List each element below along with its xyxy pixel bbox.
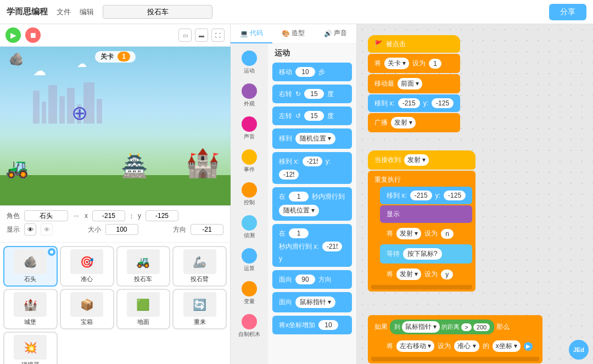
block-goto-dropdown[interactable]: 随机位置 ▾ — [295, 133, 335, 144]
block-change-x-val[interactable] — [318, 320, 338, 330]
y-input[interactable] — [146, 210, 178, 221]
block-goto-xy-2[interactable]: 移到 x: -215 y: -125 — [380, 187, 472, 204]
block-move-steps[interactable] — [295, 67, 315, 77]
block-goto-xy[interactable]: 移到 x: y: — [272, 152, 352, 184]
category-motion[interactable]: 运动 — [239, 48, 259, 77]
hidden-eye-button[interactable]: 👁 — [41, 223, 53, 236]
block-change-x[interactable]: 将x坐标增加 — [272, 316, 352, 334]
category-events[interactable]: 事件 — [239, 147, 259, 176]
block-glide1-secs[interactable] — [289, 192, 309, 201]
block-turn-left-val[interactable] — [304, 111, 324, 121]
xcoord-dropdown[interactable]: x坐标 ▾ — [493, 340, 521, 352]
sprite-item-car[interactable]: 🚜 投石车 — [116, 246, 171, 287]
set-n-dropdown[interactable]: 发射 ▾ — [396, 228, 421, 239]
category-control[interactable]: 控制 — [239, 180, 259, 209]
block-move[interactable]: 移动 步 — [272, 63, 352, 81]
main-layout: ▶ ⏹ ▭ ▬ ⛶ 🪨 — [0, 24, 593, 364]
block-glide-random[interactable]: 在 秒内滑行到 随机位置 ▾ — [272, 187, 352, 221]
project-title-input[interactable] — [103, 5, 212, 19]
sprite-item-arm[interactable]: 🦾 投石臂 — [172, 246, 227, 287]
block-glide2-secs[interactable] — [289, 228, 309, 238]
block-show[interactable]: 显示 — [380, 205, 472, 223]
broadcast-dropdown[interactable]: 发射 ▾ — [391, 117, 416, 128]
sprite-item-sensor[interactable]: 💥 碰撞器 — [3, 332, 58, 364]
block-glide2-x[interactable] — [322, 242, 342, 251]
block-turn-right[interactable]: 右转 ↻ 度 — [272, 85, 352, 103]
small-stage-icon[interactable]: ▭ — [178, 29, 192, 42]
block-set-n[interactable]: 将 发射 ▾ 设为 n — [380, 224, 472, 243]
code-area[interactable]: 🚩 被点击 将 关卡 ▾ 设为 1 移动最 前面 ▾ 移到 x: -215 y:… — [357, 24, 593, 364]
play-button[interactable]: ▶ — [5, 27, 21, 43]
category-looks[interactable]: 外观 — [239, 81, 259, 110]
control-label: 控制 — [244, 199, 255, 206]
block-face-val[interactable] — [295, 275, 315, 284]
menu-edit[interactable]: 编辑 — [80, 7, 94, 17]
sprite-item-chest[interactable]: 📦 宝箱 — [60, 289, 114, 329]
block-move-front[interactable]: 移动最 前面 ▾ — [368, 74, 460, 93]
block-turn-right-val[interactable] — [304, 89, 324, 99]
large-stage-icon[interactable]: ▬ — [195, 29, 208, 42]
sprite-item-ground[interactable]: 🟩 地面 — [116, 289, 171, 329]
user-avatar[interactable]: JEd — [569, 340, 589, 360]
repeat-header[interactable]: 重复执行 — [371, 173, 472, 187]
lr-move-dropdown[interactable]: 左右移动 ▾ — [396, 340, 434, 352]
block-goto-random[interactable]: 移到 随机位置 ▾ — [272, 128, 352, 149]
block-face-dir[interactable]: 面向 方向 — [272, 270, 352, 289]
tab-sound[interactable]: 🔊 声音 — [315, 24, 356, 43]
goto2-label: 移到 x: — [387, 191, 407, 200]
sprite-item-rock[interactable]: 🪨 石头 — [3, 246, 58, 287]
category-sound[interactable]: 声音 — [239, 114, 259, 143]
category-custom[interactable]: 自制积木 — [236, 312, 262, 340]
receive-dropdown[interactable]: 发射 ▾ — [404, 154, 429, 166]
sprite-item-castle[interactable]: 🏰 城堡 — [3, 289, 58, 329]
category-sensing[interactable]: 侦测 — [239, 213, 259, 242]
block-set-xcoord[interactable]: 将 左右移动 ▾ 设为 准心 ▾ 的 x坐标 ▾ ▶ — [380, 337, 539, 356]
scroll-right[interactable]: ▶ — [524, 342, 533, 351]
block-face-mouse[interactable]: 面向 鼠标指针 ▾ — [272, 292, 352, 312]
tab-costume[interactable]: 🎨 造型 — [272, 24, 314, 43]
control-dot — [242, 182, 257, 198]
block-goto-xy-1[interactable]: 移到 x: -215 y: -125 — [368, 94, 460, 112]
level-dropdown[interactable]: 关卡 ▾ — [384, 58, 409, 69]
front-dropdown[interactable]: 前面 ▾ — [398, 78, 422, 89]
sprite-name-input[interactable] — [24, 210, 68, 221]
sprite-img-aim: 🎯 — [70, 249, 103, 274]
visible-eye-button[interactable]: 👁 — [24, 223, 36, 236]
block-glide-xy[interactable]: 在 秒内滑行到 x: y — [272, 224, 352, 267]
broadcast-label: 广播 — [374, 118, 388, 127]
stop-button[interactable]: ⏹ — [25, 27, 41, 43]
set-y-dropdown[interactable]: 发射 ▾ — [396, 268, 421, 280]
block-wait-mouse[interactable]: 等待 按下鼠标? — [380, 244, 472, 264]
block-goto-y[interactable] — [279, 170, 299, 180]
fullscreen-icon[interactable]: ⛶ — [211, 29, 225, 42]
block-glide1-dropdown[interactable]: 随机位置 ▾ — [279, 205, 319, 216]
game-stage: 🪨 关卡 1 ☁ ☁ ⊕ 🏰 🏯 🚜 — [0, 47, 231, 206]
block-when-flag[interactable]: 🚩 被点击 — [368, 35, 460, 53]
block-goto-x[interactable] — [303, 156, 322, 166]
block-face-mouse-dropdown[interactable]: 鼠标指针 ▾ — [295, 296, 335, 308]
block-when-receive[interactable]: 当接收到 发射 ▾ — [368, 150, 475, 170]
repeat-container: 重复执行 移到 x: -215 y: -125 显示 将 发射 ▾ — [368, 171, 475, 292]
sprite-item-reset[interactable]: 🔄 重来 — [172, 289, 227, 329]
aim-dropdown[interactable]: 准心 ▾ — [454, 340, 479, 352]
category-operators[interactable]: 运算 — [239, 246, 259, 275]
category-variables[interactable]: 变量 — [239, 279, 259, 307]
x-input[interactable] — [92, 210, 125, 221]
dir-input[interactable] — [191, 224, 223, 235]
tab-costume-label: 造型 — [292, 29, 305, 38]
block-set-level[interactable]: 将 关卡 ▾ 设为 1 — [368, 54, 460, 73]
goto-x2: -215 — [410, 191, 432, 200]
block-broadcast[interactable]: 广播 发射 ▾ — [368, 113, 460, 132]
tab-code[interactable]: 💻 代码 — [231, 24, 272, 43]
size-input[interactable] — [105, 224, 138, 235]
custom-label: 自制积木 — [238, 331, 260, 338]
sprite-name-castle: 城堡 — [24, 318, 36, 326]
sprite-item-aim[interactable]: 🎯 准心 — [60, 246, 114, 287]
block-turn-left[interactable]: 左转 ↺ 度 — [272, 107, 352, 125]
if-header[interactable]: 如果 到 鼠标指针 ▾ 的距离 > 200 那么 — [371, 317, 539, 337]
block-set-y[interactable]: 将 发射 ▾ 设为 y — [380, 265, 472, 284]
share-button[interactable]: 分享 — [549, 4, 586, 20]
mouse-dropdown[interactable]: 鼠标指针 ▾ — [402, 321, 440, 333]
menu-file[interactable]: 文件 — [57, 7, 71, 17]
section-title: 运动 — [272, 48, 352, 58]
